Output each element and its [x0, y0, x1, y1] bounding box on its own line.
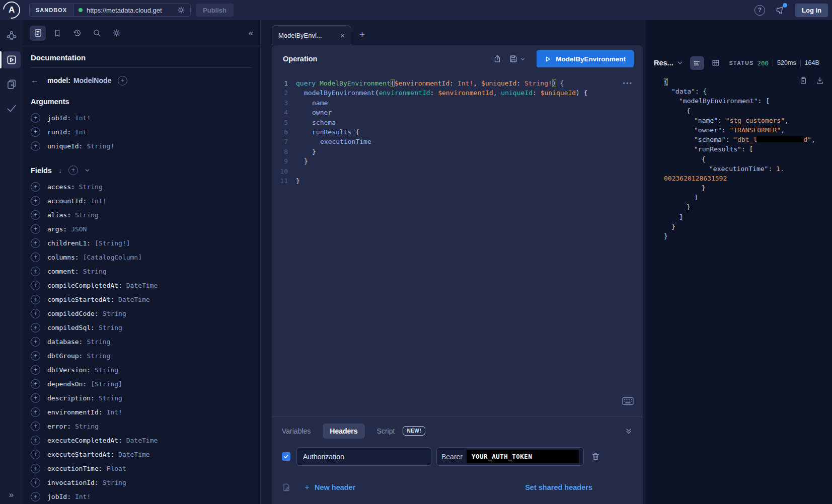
field-type-link[interactable]: [String!] — [95, 239, 130, 247]
search-button[interactable] — [89, 26, 105, 41]
field-row[interactable]: +error:String — [31, 419, 252, 433]
field-type-link[interactable]: String — [103, 479, 126, 486]
operation-tab[interactable]: ModelByEnvi... × — [272, 25, 351, 45]
code-line[interactable]: runResults { — [296, 127, 643, 137]
add-field-icon[interactable]: + — [31, 464, 40, 473]
save-operation-button[interactable] — [509, 54, 525, 63]
graphql-editor[interactable]: 1234567891011 query ModelByEnvironment($… — [272, 72, 643, 416]
field-type-link[interactable]: String — [87, 338, 110, 346]
response-title[interactable]: Res... — [654, 59, 673, 67]
field-row[interactable]: +compiledCode:String — [31, 306, 252, 320]
field-row[interactable]: +description:String — [31, 391, 252, 405]
add-field-icon[interactable]: + — [31, 450, 40, 459]
code-line[interactable]: owner — [296, 108, 643, 117]
add-field-icon[interactable]: + — [31, 436, 40, 445]
add-field-icon[interactable]: + — [31, 196, 40, 206]
new-tab-button[interactable]: + — [359, 29, 365, 40]
field-type-link[interactable]: [CatalogColumn] — [83, 254, 142, 261]
close-tab-icon[interactable]: × — [340, 31, 345, 40]
add-field-icon[interactable]: + — [31, 323, 40, 332]
add-field-icon[interactable]: + — [31, 253, 40, 262]
back-arrow-icon[interactable]: ← — [31, 76, 41, 85]
sort-descending-icon[interactable]: ↓ — [58, 166, 62, 175]
type-link[interactable]: ModelNode — [73, 76, 111, 85]
field-type-link[interactable]: String — [99, 394, 122, 402]
field-type-link[interactable]: String — [95, 366, 118, 374]
new-header-button[interactable]: + New header — [305, 482, 355, 492]
save-dropdown-chevron-icon[interactable] — [520, 56, 525, 62]
add-fields-icon[interactable]: + — [68, 165, 78, 175]
field-row[interactable]: +jobId:Int! — [31, 489, 252, 503]
docs-tab-button[interactable] — [30, 26, 46, 41]
field-type-link[interactable]: Int! — [75, 114, 91, 122]
field-row[interactable]: +compileCompletedAt:DateTime — [31, 278, 252, 292]
field-row[interactable]: +dependsOn:[String] — [31, 377, 252, 391]
add-field-icon[interactable]: + — [31, 210, 40, 220]
field-row[interactable]: +dbtGroup:String — [31, 349, 252, 363]
table-view-button[interactable] — [709, 56, 723, 70]
field-row[interactable]: +uniqueId:String! — [31, 139, 252, 153]
delete-header-icon[interactable] — [591, 452, 600, 461]
editor-code[interactable]: query ModelByEnvironment($environmentId:… — [296, 78, 643, 416]
add-field-icon[interactable]: + — [31, 113, 40, 123]
add-field-icon[interactable]: + — [31, 393, 40, 403]
announcements-button[interactable] — [775, 5, 785, 15]
add-field-icon[interactable]: + — [31, 182, 40, 192]
field-type-link[interactable]: String — [83, 268, 107, 275]
header-name-input[interactable] — [296, 447, 431, 466]
add-field-icon[interactable]: + — [31, 337, 40, 347]
saved-operations-button[interactable] — [49, 26, 65, 41]
field-type-link[interactable]: DateTime — [126, 282, 158, 289]
code-line[interactable]: } — [296, 156, 643, 166]
field-row[interactable]: +executeCompletedAt:DateTime — [31, 433, 252, 447]
publish-button[interactable]: Publish — [196, 4, 234, 17]
field-type-link[interactable]: DateTime — [118, 451, 150, 458]
history-button[interactable] — [69, 26, 85, 41]
add-field-icon[interactable]: + — [31, 351, 40, 361]
field-type-link[interactable]: JSON — [71, 225, 87, 233]
expand-rail-button[interactable]: » — [0, 490, 23, 500]
field-type-link[interactable]: Int! — [91, 197, 106, 205]
collapse-docs-button[interactable]: « — [249, 28, 253, 38]
add-field-icon[interactable]: + — [31, 295, 40, 304]
endpoint-url-button[interactable]: https://metadata.cloud.get — [73, 4, 190, 16]
add-field-icon[interactable]: + — [31, 141, 40, 151]
field-type-link[interactable]: Int! — [75, 493, 91, 500]
field-row[interactable]: +accountId:Int! — [31, 194, 252, 208]
field-type-link[interactable]: String — [99, 324, 122, 331]
code-line[interactable]: modelByEnvironment(environmentId: $envir… — [296, 88, 643, 98]
rail-checks-button[interactable] — [3, 100, 21, 117]
header-enabled-checkbox[interactable] — [282, 452, 290, 461]
field-type-link[interactable]: String — [75, 423, 99, 430]
field-type-link[interactable]: Int! — [107, 408, 122, 416]
field-type-link[interactable]: String — [103, 310, 126, 317]
code-line[interactable]: name — [296, 98, 643, 108]
add-field-icon[interactable]: + — [31, 365, 40, 375]
explorer-settings-button[interactable] — [108, 26, 124, 41]
field-row[interactable]: +childrenL1:[String!] — [31, 236, 252, 250]
field-type-link[interactable]: [String] — [91, 380, 122, 388]
code-line[interactable]: query ModelByEnvironment($environmentId:… — [296, 78, 643, 88]
field-row[interactable]: +executeStartedAt:DateTime — [31, 447, 252, 461]
tab-script[interactable]: Script — [377, 427, 395, 435]
tab-headers[interactable]: Headers — [323, 424, 364, 439]
field-type-link[interactable]: String — [75, 211, 99, 219]
auth-token-value[interactable]: YOUR_AUTH_TOKEN — [467, 450, 579, 463]
code-line[interactable]: executionTime — [296, 137, 643, 146]
add-field-icon[interactable]: + — [31, 267, 40, 276]
field-type-link[interactable]: String — [87, 352, 110, 360]
field-type-link[interactable]: Int — [75, 128, 87, 136]
collapse-panel-icon[interactable] — [625, 427, 633, 435]
field-row[interactable]: +compiledSql:String — [31, 320, 252, 334]
add-field-icon[interactable]: + — [31, 379, 40, 389]
code-line[interactable]: schema — [296, 118, 643, 127]
field-row[interactable]: +comment:String — [31, 264, 252, 278]
add-field-icon[interactable]: + — [31, 422, 40, 431]
rail-explorer-button[interactable] — [3, 51, 21, 68]
keyboard-shortcuts-icon[interactable] — [622, 397, 634, 405]
code-line[interactable]: } — [296, 176, 643, 186]
add-field-icon[interactable]: + — [31, 492, 40, 501]
add-field-icon[interactable]: + — [31, 407, 40, 417]
field-row[interactable]: +compileStartedAt:DateTime — [31, 292, 252, 306]
field-row[interactable]: +runId:Int — [31, 125, 252, 139]
